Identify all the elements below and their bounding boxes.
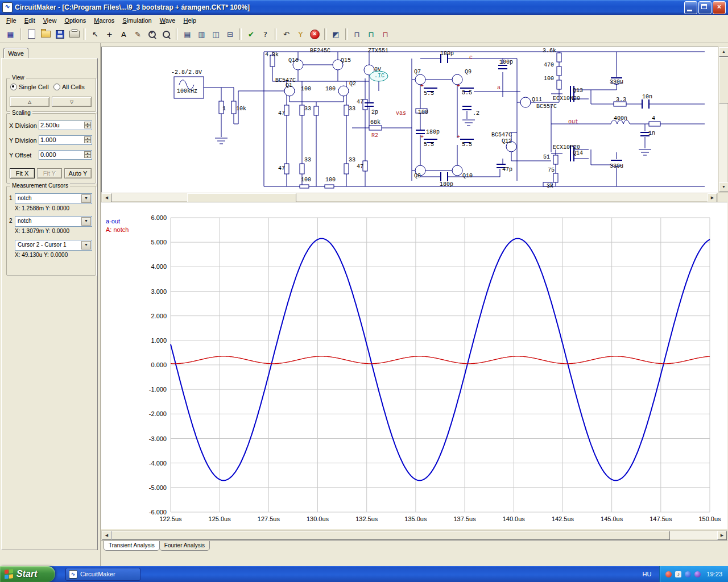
run-analyses-button[interactable]: ✔ bbox=[245, 28, 258, 41]
antivirus-tray-icon[interactable] bbox=[665, 571, 672, 577]
zoom-tool-button[interactable] bbox=[146, 28, 159, 41]
arrow-tool-button[interactable]: ↖ bbox=[89, 28, 102, 41]
start-button[interactable]: Start bbox=[0, 566, 55, 582]
cells-button[interactable]: ▦ bbox=[4, 28, 17, 41]
cell-down-button[interactable]: ▽ bbox=[52, 97, 92, 107]
y-offset-spinner[interactable]: ▲▼ bbox=[84, 151, 91, 159]
schematic-vscrollbar[interactable]: ▲ ▼ bbox=[718, 47, 728, 193]
single-cell-radio[interactable]: Single Cell bbox=[10, 84, 49, 90]
tab-wave[interactable]: Wave bbox=[3, 48, 28, 59]
spin-down-icon[interactable]: ▼ bbox=[84, 155, 91, 158]
chevron-down-icon[interactable]: ▼ bbox=[81, 217, 91, 226]
menu-macros[interactable]: Macros bbox=[90, 16, 118, 25]
digital-display-button-1[interactable]: ⊓ bbox=[350, 28, 363, 41]
zoom-select-button[interactable] bbox=[160, 28, 173, 41]
language-indicator[interactable]: HU bbox=[643, 571, 652, 577]
menu-wave[interactable]: Wave bbox=[156, 16, 180, 25]
y-division-spinner[interactable]: ▲▼ bbox=[84, 136, 91, 144]
waveform-hscrollbar[interactable]: ◀ ▶ bbox=[101, 530, 727, 539]
fit-y-button[interactable]: Fit Y bbox=[37, 168, 62, 178]
menu-help[interactable]: Help bbox=[179, 16, 200, 25]
digital-display-button-2[interactable]: ⊓ bbox=[365, 28, 378, 41]
maximize-button[interactable] bbox=[698, 1, 712, 14]
help-button[interactable]: ? bbox=[259, 28, 272, 41]
menu-edit[interactable]: Edit bbox=[20, 16, 39, 25]
waveform-hscroll-thumb[interactable] bbox=[111, 531, 670, 540]
waveform-view[interactable]: 122.5us125.0us127.5us130.0us132.5us135.0… bbox=[101, 202, 727, 529]
cursor2-dropdown[interactable]: notch ▼ bbox=[15, 216, 92, 227]
y-division-field[interactable]: ▲▼ bbox=[39, 135, 92, 145]
volume-icon[interactable]: ♪ bbox=[675, 571, 681, 577]
save-button[interactable] bbox=[53, 28, 67, 41]
zoom-out-button[interactable]: ▥ bbox=[195, 28, 208, 41]
new-document-button[interactable] bbox=[25, 28, 38, 41]
cursor1-dropdown[interactable]: notch ▼ bbox=[15, 193, 92, 204]
taskbar-item-circuitmaker[interactable]: ∿ CircuitMaker bbox=[65, 568, 140, 581]
all-cells-label: All Cells bbox=[62, 84, 85, 90]
component-label: 68k bbox=[370, 119, 380, 126]
x-division-spinner[interactable]: ▲▼ bbox=[84, 122, 91, 129]
single-cell-label: Single Cell bbox=[19, 84, 49, 90]
y-division-input[interactable] bbox=[40, 136, 76, 143]
schematic-vscroll-thumb[interactable] bbox=[719, 57, 728, 103]
cursor-diff-value: Cursor 2 - Cursor 1 bbox=[18, 242, 67, 248]
menu-bar: FileEditViewOptionsMacrosSimulationWaveH… bbox=[0, 15, 728, 26]
app-tray-icon[interactable] bbox=[694, 571, 701, 577]
menu-simulation[interactable]: Simulation bbox=[118, 16, 155, 25]
y-offset-input[interactable] bbox=[40, 151, 76, 158]
scroll-left-icon[interactable]: ◀ bbox=[102, 531, 111, 540]
y-offset-field[interactable]: ▲▼ bbox=[39, 150, 92, 160]
scroll-up-icon[interactable]: ▲ bbox=[719, 47, 728, 57]
component-label: 3k bbox=[547, 183, 553, 189]
x-division-input[interactable] bbox=[40, 122, 76, 128]
component-label: 180p bbox=[440, 181, 453, 188]
schematic-view[interactable]: 4.3kQ16BF245CQ15ZTX551180pc100p3.6k47010… bbox=[101, 47, 719, 193]
zoom-in-button[interactable]: ▤ bbox=[181, 28, 194, 41]
title-bar[interactable]: ∿ CircuitMaker - [C:\Program Files\...\9… bbox=[0, 0, 728, 15]
text-tool-button[interactable]: A bbox=[117, 28, 130, 41]
wire-tool-button[interactable]: ✎ bbox=[131, 28, 144, 41]
component-label: 47 bbox=[357, 164, 363, 170]
waveforms-window-button[interactable]: ◩ bbox=[329, 28, 342, 41]
digital-display-button-3[interactable]: ⊓ bbox=[379, 28, 392, 41]
svg-text:0.000: 0.000 bbox=[151, 361, 167, 368]
network-tray-icon[interactable] bbox=[685, 571, 691, 577]
schematic-hscrollbar[interactable]: ◀ ▶ bbox=[101, 193, 718, 202]
svg-text:147.5us: 147.5us bbox=[650, 516, 672, 522]
menu-file[interactable]: File bbox=[2, 16, 20, 25]
new-document-icon bbox=[28, 30, 35, 39]
tab-fourier-analysis[interactable]: Fourier Analysis bbox=[159, 541, 210, 551]
spin-down-icon[interactable]: ▼ bbox=[84, 140, 91, 143]
close-button[interactable]: × bbox=[713, 1, 726, 14]
scroll-right-icon[interactable]: ▶ bbox=[708, 193, 717, 202]
probe-tool-button[interactable]: Y bbox=[294, 28, 307, 41]
tab-transient-analysis[interactable]: Transient Analysis bbox=[104, 541, 160, 551]
split-horizontal-button[interactable]: ◫ bbox=[209, 28, 222, 41]
minimize-button[interactable] bbox=[684, 1, 697, 14]
spin-down-icon[interactable]: ▼ bbox=[84, 125, 91, 128]
all-cells-radio[interactable]: All Cells bbox=[53, 84, 85, 90]
chevron-down-icon[interactable]: ▼ bbox=[81, 194, 91, 203]
x-division-field[interactable]: ▲▼ bbox=[39, 120, 92, 130]
cursors-group-title: Measurement Cursors bbox=[10, 182, 70, 189]
chevron-down-icon[interactable]: ▼ bbox=[81, 241, 91, 250]
cursor-diff-dropdown[interactable]: Cursor 2 - Cursor 1 ▼ bbox=[15, 240, 92, 251]
place-part-button[interactable]: + bbox=[103, 28, 116, 41]
component-label: + bbox=[420, 83, 424, 89]
reset-button[interactable]: ↶ bbox=[280, 28, 293, 41]
menu-view[interactable]: View bbox=[39, 16, 61, 25]
open-file-button[interactable] bbox=[39, 28, 52, 41]
scroll-down-icon[interactable]: ▼ bbox=[719, 182, 728, 192]
scroll-left-icon[interactable]: ◀ bbox=[102, 193, 111, 202]
print-button[interactable] bbox=[68, 28, 81, 41]
svg-text:125.0us: 125.0us bbox=[209, 516, 231, 522]
component-label: Q2 bbox=[349, 81, 356, 87]
cell-up-button[interactable]: △ bbox=[10, 97, 49, 107]
stop-simulation-button[interactable] bbox=[308, 28, 321, 41]
fit-x-button[interactable]: Fit X bbox=[10, 168, 35, 178]
auto-y-button[interactable]: Auto Y bbox=[64, 168, 92, 178]
menu-options[interactable]: Options bbox=[60, 16, 90, 25]
sc roll-right-icon[interactable]: ▶ bbox=[717, 531, 727, 540]
schematic-hscroll-thumb[interactable] bbox=[187, 193, 296, 202]
split-vertical-button[interactable]: ⊟ bbox=[224, 28, 237, 41]
